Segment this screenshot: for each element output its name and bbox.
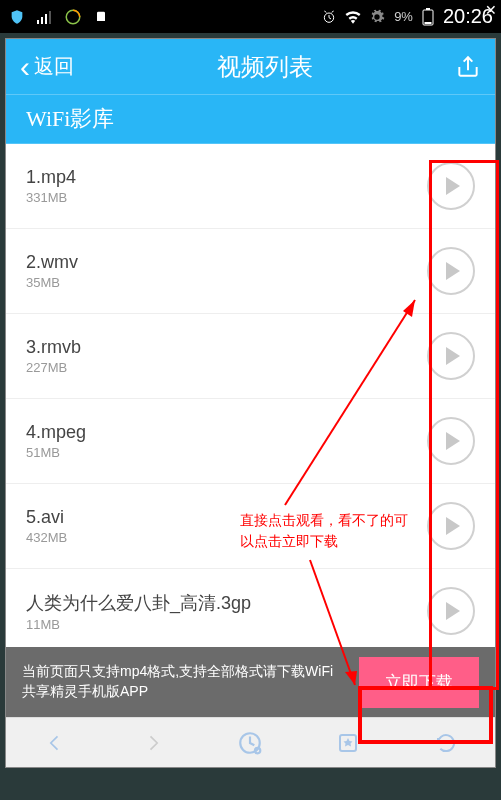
nav-forward[interactable] [138, 728, 168, 758]
video-size: 51MB [26, 445, 86, 460]
wifi-icon [344, 8, 362, 26]
play-button[interactable] [427, 417, 475, 465]
svg-rect-2 [45, 14, 47, 24]
nav-bookmark[interactable] [333, 728, 363, 758]
battery-pct: 9% [394, 9, 413, 24]
video-size: 227MB [26, 360, 81, 375]
footer-bar: 当前页面只支持mp4格式,支持全部格式请下载WiFi共享精灵手机版APP 立即下… [6, 647, 495, 717]
nav-refresh[interactable] [431, 728, 461, 758]
section-title: WiFi影库 [6, 94, 495, 144]
svg-rect-8 [424, 22, 431, 24]
play-icon [446, 262, 460, 280]
video-size: 432MB [26, 530, 67, 545]
play-button[interactable] [427, 162, 475, 210]
close-icon[interactable]: ✕ [485, 2, 497, 18]
video-name: 2.wmv [26, 252, 78, 273]
list-item[interactable]: 3.rmvb 227MB [6, 314, 495, 399]
back-button[interactable]: ‹ 返回 [20, 52, 74, 82]
list-item[interactable]: 2.wmv 35MB [6, 229, 495, 314]
play-icon [446, 432, 460, 450]
play-button[interactable] [427, 502, 475, 550]
play-icon [446, 177, 460, 195]
gear-icon [368, 8, 386, 26]
play-button[interactable] [427, 587, 475, 635]
battery-icon [419, 8, 437, 26]
download-button[interactable]: 立即下载 [359, 657, 479, 708]
list-item[interactable]: 5.avi 432MB [6, 484, 495, 569]
play-icon [446, 347, 460, 365]
back-label: 返回 [34, 53, 74, 80]
svg-rect-3 [49, 11, 51, 24]
video-name: 5.avi [26, 507, 67, 528]
signal-icon [36, 8, 54, 26]
svg-rect-7 [426, 8, 430, 10]
play-button[interactable] [427, 247, 475, 295]
app-frame: ‹ 返回 视频列表 WiFi影库 1.mp4 331MB 2.wmv 35MB [5, 38, 496, 768]
video-size: 11MB [26, 617, 251, 632]
video-name: 人类为什么爱八卦_高清.3gp [26, 591, 251, 615]
play-button[interactable] [427, 332, 475, 380]
video-size: 331MB [26, 190, 76, 205]
alarm-icon [320, 8, 338, 26]
video-list[interactable]: 1.mp4 331MB 2.wmv 35MB 3.rmvb 227MB 4.mp… [6, 144, 495, 682]
video-name: 4.mpeg [26, 422, 86, 443]
shield-icon [8, 8, 26, 26]
list-item[interactable]: 1.mp4 331MB [6, 144, 495, 229]
play-icon [446, 602, 460, 620]
android-icon [92, 8, 110, 26]
bottom-nav [6, 717, 495, 767]
play-icon [446, 517, 460, 535]
swirl-icon [64, 8, 82, 26]
video-name: 3.rmvb [26, 337, 81, 358]
svg-rect-0 [37, 20, 39, 24]
list-item[interactable]: 4.mpeg 51MB [6, 399, 495, 484]
list-item[interactable]: 人类为什么爱八卦_高清.3gp 11MB [6, 569, 495, 654]
nav-back[interactable] [40, 728, 70, 758]
page-title: 视频列表 [217, 51, 313, 83]
footer-text: 当前页面只支持mp4格式,支持全部格式请下载WiFi共享精灵手机版APP [22, 662, 345, 701]
app-header: ‹ 返回 视频列表 [6, 39, 495, 94]
video-size: 35MB [26, 275, 78, 290]
share-button[interactable] [455, 54, 481, 80]
status-bar: 9% 20:26 [0, 0, 501, 33]
svg-rect-1 [41, 17, 43, 24]
nav-home[interactable] [235, 728, 265, 758]
video-name: 1.mp4 [26, 167, 76, 188]
chevron-left-icon: ‹ [20, 52, 30, 82]
